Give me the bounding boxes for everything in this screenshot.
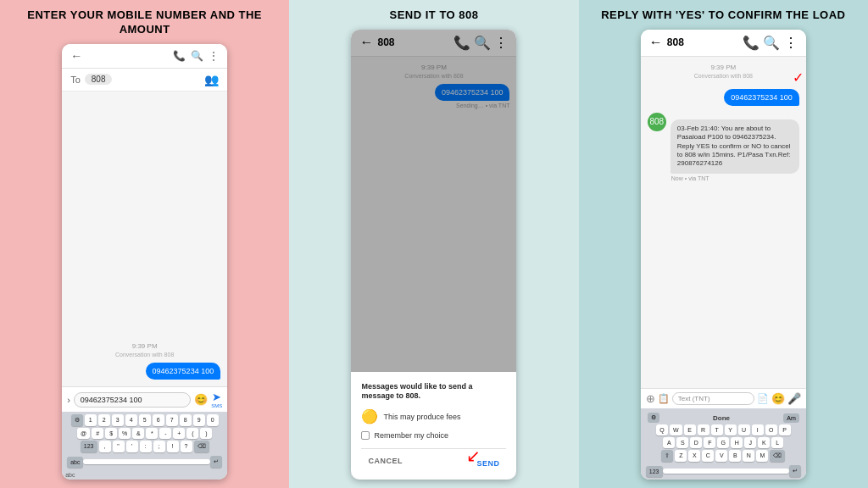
key-s[interactable]: S <box>676 437 688 448</box>
key-4[interactable]: 4 <box>125 414 137 426</box>
emoji-icon-3[interactable]: 😊 <box>771 392 785 405</box>
timestamp-3: 9:39 PM <box>648 64 799 71</box>
key-n[interactable]: N <box>743 450 754 462</box>
copy-icon[interactable]: 📋 <box>658 393 670 404</box>
contacts-icon[interactable]: 👥 <box>204 73 219 86</box>
checkmark-icon: ✓ <box>793 69 804 86</box>
add-icon[interactable]: ⊕ <box>646 392 655 405</box>
key-d[interactable]: D <box>690 437 702 448</box>
am-label: Am <box>783 413 799 423</box>
key-shift[interactable]: ⇧ <box>661 450 673 462</box>
key-i[interactable]: I <box>752 424 764 435</box>
key-5[interactable]: 5 <box>139 414 151 426</box>
to-label: To <box>70 75 81 85</box>
dialog-box: Messages would like to send a message to… <box>351 372 516 480</box>
key-a[interactable]: A <box>663 437 675 448</box>
to-chip[interactable]: 808 <box>85 74 113 85</box>
mic-icon[interactable]: 🎤 <box>787 392 801 405</box>
key-x[interactable]: X <box>688 450 700 462</box>
key-3[interactable]: 3 <box>112 414 124 426</box>
key-j[interactable]: J <box>744 437 756 448</box>
key-paren-c[interactable]: ) <box>200 428 212 439</box>
key-8[interactable]: 8 <box>180 414 192 426</box>
dialog-buttons: CANCEL ↙ SEND <box>361 448 506 469</box>
key-space[interactable] <box>83 459 210 464</box>
key-star[interactable]: * <box>146 428 158 439</box>
remember-checkbox[interactable] <box>361 431 370 440</box>
key-p[interactable]: P <box>779 424 791 435</box>
key-dollar[interactable]: $ <box>105 428 117 439</box>
key-plus[interactable]: + <box>173 428 185 439</box>
doc-icon[interactable]: 📄 <box>757 393 769 404</box>
key-return[interactable]: ↵ <box>210 456 222 468</box>
expand-icon[interactable]: › <box>67 395 70 405</box>
key-c[interactable]: C <box>702 450 714 462</box>
key-dash[interactable]: - <box>159 428 171 439</box>
key-7[interactable]: 7 <box>166 414 178 426</box>
key-hash[interactable]: # <box>92 428 103 439</box>
key-apos[interactable]: ' <box>126 441 138 452</box>
back-arrow-1[interactable]: ← <box>70 49 82 63</box>
key-percent[interactable]: % <box>119 428 131 439</box>
key-backspace[interactable]: ⌫ <box>194 441 209 452</box>
phone-icon-1[interactable]: 📞 <box>173 50 186 62</box>
keyboard-row-3: 123 , " ' : ; ! ? ⌫ <box>64 441 225 452</box>
key-2[interactable]: 2 <box>98 414 110 426</box>
remember-label: Remember my choice <box>374 431 448 440</box>
search-icon-3[interactable]: 🔍 <box>763 36 780 50</box>
back-arrow-3[interactable]: ← <box>649 35 663 50</box>
key-abc[interactable]: abc <box>67 457 83 468</box>
key-g[interactable]: G <box>717 437 729 448</box>
key-f[interactable]: F <box>704 437 715 448</box>
key-del[interactable]: ⌫ <box>770 450 785 462</box>
key-h[interactable]: H <box>731 437 743 448</box>
key-l[interactable]: L <box>771 437 783 448</box>
compose-input-1[interactable]: 09462375234 100 <box>74 392 191 408</box>
key-comma[interactable]: , <box>99 441 111 452</box>
key-excl[interactable]: ! <box>167 441 179 452</box>
key-y[interactable]: Y <box>725 424 737 435</box>
key-123-3[interactable]: 123 <box>646 466 663 477</box>
reply-input[interactable]: Text (TNT) <box>672 392 754 405</box>
emoji-icon-1[interactable]: 😊 <box>194 393 208 406</box>
key-r[interactable]: R <box>698 424 709 435</box>
send-button-1[interactable]: ➤ SMS <box>211 391 222 408</box>
key-0[interactable]: 0 <box>207 414 219 426</box>
key-colon[interactable]: : <box>140 441 152 452</box>
message-bubble-1: 09462375234 100 <box>146 363 221 380</box>
key-b[interactable]: B <box>729 450 741 462</box>
key-k[interactable]: K <box>758 437 770 448</box>
search-icon-1[interactable]: 🔍 <box>191 50 203 62</box>
key-return-3[interactable]: ↵ <box>789 465 801 477</box>
done-label[interactable]: Done <box>713 414 730 422</box>
phone-icon-3[interactable]: 📞 <box>743 36 760 50</box>
key-q[interactable]: Q <box>656 424 668 435</box>
key-123[interactable]: 123 <box>81 441 97 452</box>
cancel-button[interactable]: CANCEL <box>361 454 409 469</box>
key-space-3[interactable] <box>663 469 789 474</box>
key-paren-o[interactable]: ( <box>186 428 198 439</box>
more-icon-3[interactable]: ⋮ <box>784 36 798 50</box>
key-at[interactable]: @ <box>77 428 90 439</box>
coin-icon: 🟡 <box>361 408 378 424</box>
key-quest[interactable]: ? <box>181 441 192 452</box>
key-quote[interactable]: " <box>113 441 125 452</box>
key-w[interactable]: W <box>670 424 682 435</box>
key-e[interactable]: E <box>684 424 696 435</box>
keyboard-3: ⚙ Done Am Q W E R T Y U I O P A S D F <box>641 408 806 480</box>
keyboard-bottom-3: 123 ↵ <box>643 463 804 477</box>
key-semi[interactable]: ; <box>153 441 165 452</box>
keyboard-row-asdf: A S D F G H J K L <box>643 437 804 448</box>
key-6[interactable]: 6 <box>153 414 164 426</box>
key-1[interactable]: 1 <box>85 414 97 426</box>
key-9[interactable]: 9 <box>193 414 205 426</box>
key-amp[interactable]: & <box>132 428 144 439</box>
key-v[interactable]: V <box>715 450 727 462</box>
key-u[interactable]: U <box>738 424 750 435</box>
reply-footer: Now • via TNT <box>671 175 799 181</box>
key-m[interactable]: M <box>756 450 768 462</box>
key-t[interactable]: T <box>711 424 723 435</box>
more-icon-1[interactable]: ⋮ <box>209 50 219 62</box>
key-o[interactable]: O <box>765 424 777 435</box>
key-z[interactable]: Z <box>675 450 687 462</box>
